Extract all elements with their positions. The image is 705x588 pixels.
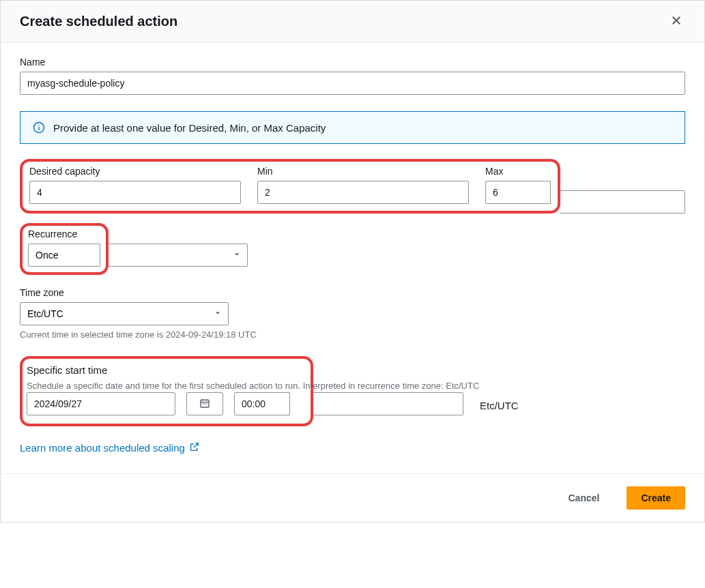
calendar-button[interactable] xyxy=(186,392,223,415)
start-time-label: Specific start time xyxy=(27,364,304,376)
max-capacity-label: Max xyxy=(485,166,551,177)
max-capacity-input[interactable] xyxy=(485,181,551,204)
svg-rect-5 xyxy=(201,400,209,407)
recurrence-label: Recurrence xyxy=(28,229,100,239)
info-banner: Provide at least one value for Desired, … xyxy=(20,111,685,144)
name-input[interactable] xyxy=(20,72,685,95)
close-button[interactable] xyxy=(667,12,685,31)
external-link-icon xyxy=(189,441,200,454)
create-button[interactable]: Create xyxy=(627,486,685,510)
time-suffix-field[interactable] xyxy=(313,392,463,415)
svg-rect-11 xyxy=(206,403,207,404)
desired-capacity-input[interactable] xyxy=(29,181,241,204)
modal-footer: Cancel Create xyxy=(1,473,704,522)
start-time-input[interactable] xyxy=(234,392,290,415)
create-scheduled-action-modal: Create scheduled action Name Provide at … xyxy=(0,0,705,523)
info-icon xyxy=(33,121,45,134)
close-icon xyxy=(670,18,682,29)
max-trailing-field[interactable] xyxy=(560,190,685,214)
info-text: Provide at least one value for Desired, … xyxy=(53,122,326,134)
svg-rect-9 xyxy=(203,403,203,404)
timezone-label: Time zone xyxy=(20,287,685,298)
capacity-highlight: Desired capacity Min Max xyxy=(20,159,560,214)
start-time-helper: Schedule a specific date and time for th… xyxy=(27,381,479,391)
timezone-select[interactable] xyxy=(20,302,229,325)
min-capacity-input[interactable] xyxy=(257,181,469,204)
recurrence-select-ext[interactable] xyxy=(109,244,248,267)
timezone-helper: Current time in selected time zone is 20… xyxy=(20,329,685,340)
svg-point-4 xyxy=(38,125,40,126)
recurrence-highlight: Recurrence xyxy=(20,223,109,275)
modal-header: Create scheduled action xyxy=(1,1,704,43)
desired-capacity-label: Desired capacity xyxy=(29,166,241,177)
learn-more-link[interactable]: Learn more about scheduled scaling xyxy=(20,442,185,454)
name-label: Name xyxy=(20,57,685,68)
recurrence-select[interactable] xyxy=(28,244,100,267)
svg-rect-10 xyxy=(204,403,205,404)
modal-body: Name Provide at least one value for Desi… xyxy=(1,43,704,473)
calendar-icon xyxy=(199,398,210,411)
start-time-tz-readout: Etc/UTC xyxy=(480,400,519,411)
start-time-highlight: Specific start time Schedule a specific … xyxy=(20,356,313,426)
min-capacity-label: Min xyxy=(257,166,469,177)
cancel-button[interactable]: Cancel xyxy=(554,486,613,510)
start-date-input[interactable] xyxy=(27,392,175,415)
modal-title: Create scheduled action xyxy=(20,14,177,29)
